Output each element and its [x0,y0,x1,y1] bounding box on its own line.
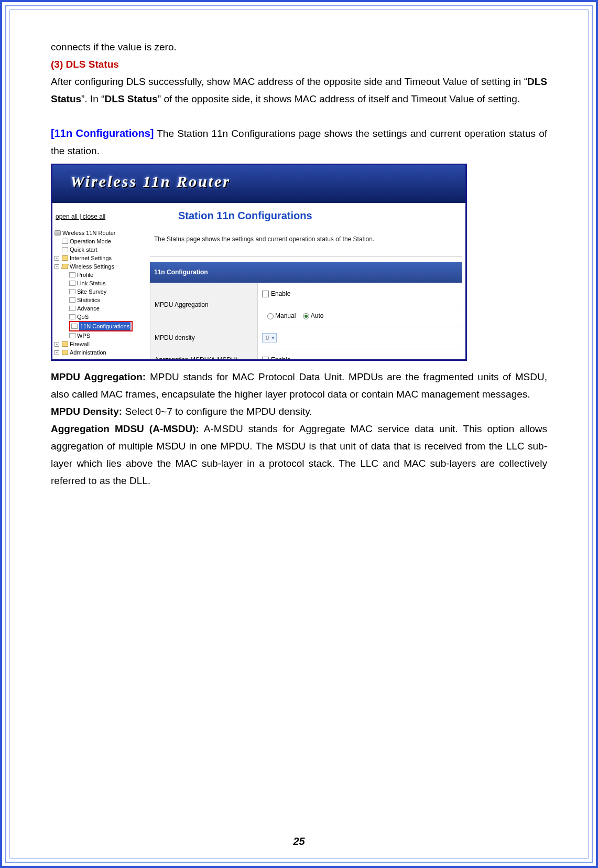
tree-item-11n-configurations[interactable]: 11N Configurations [55,321,143,331]
tree-item-administration[interactable]: +Administration [55,348,143,357]
radio-label: Auto [311,312,324,319]
page-icon [71,324,78,329]
bold-text: Aggregation MDSU (A-MSDU): [51,423,199,434]
expand-icon[interactable]: + [55,256,59,261]
tree-root[interactable]: Wireless 11N Router [55,229,143,237]
tree-item-wps[interactable]: WPS [55,331,143,340]
radio-auto[interactable] [303,313,309,319]
tree-item-link-status[interactable]: Link Status [55,279,143,287]
row-mpdu-density: MPDU density 0 [150,327,462,349]
paragraph: MPDU Density: Select 0~7 to configure th… [51,403,547,420]
main-title: Station 11n Configurations [150,206,462,228]
tree-item-statistics[interactable]: Statistics [55,296,143,304]
page-icon [69,306,75,311]
checkbox-label: Enable [271,356,290,361]
bold-text: MPDU Aggregation: [51,371,146,382]
radio-label: Manual [275,312,296,319]
text: ”. In “ [81,93,104,104]
paragraph: After configuring DLS successfully, show… [51,73,547,108]
bold-text: DLS Status [104,93,157,104]
document-body: connects if the value is zero. (3) DLS S… [10,10,588,489]
tree-item-quick-start[interactable]: Quick start [55,245,143,254]
page-icon [69,297,75,303]
heading-dls-status: (3) DLS Status [51,56,547,73]
tree-item-operation-mode[interactable]: Operation Mode [55,237,143,245]
select-mpdu-density[interactable]: 0 [262,333,277,342]
page-icon [62,247,68,252]
router-ui-screenshot: Wireless 11n Router open all | close all… [51,164,467,361]
cell-mode: Manual Auto [258,305,462,327]
selected-highlight-box: 11N Configurations [69,321,133,331]
tree-item-site-survey[interactable]: Site Survey [55,287,143,296]
heading-11n-configurations: [11n Configurations] [51,127,154,139]
folder-icon [62,350,68,355]
folder-icon [62,255,68,261]
router-banner: Wireless 11n Router [52,165,465,203]
paragraph: [11n Configurations] The Station 11n Con… [51,125,547,159]
paragraph: Aggregation MDSU (A-MSDU): A-MSDU stands… [51,420,547,489]
row-mpdu-aggregation: MPDU Aggregation Enable [150,283,462,305]
config-table: MPDU Aggregation Enable Manual Auto MP [150,283,462,361]
tree-item-profile[interactable]: Profile [55,271,143,279]
page-icon [69,289,75,294]
page-icon [62,239,68,244]
tree-item-wireless-settings[interactable]: −Wireless Settings [55,262,143,271]
label-amsdu: Aggregation MSDU(A-MSDU) [150,349,258,361]
bold-text: MPDU Density: [51,406,122,417]
paragraph: connects if the value is zero. [51,38,547,56]
label-mpdu-aggregation: MPDU Aggregation [150,283,258,327]
radio-manual[interactable] [267,313,274,319]
page-number: 25 [10,835,588,848]
main-subtitle: The Status page shows the settings and c… [150,228,462,255]
page-icon [69,314,75,319]
checkbox-mpdu-enable[interactable] [262,291,269,297]
text: After configuring DLS successfully, show… [51,76,527,87]
divider [150,256,462,257]
router-main-panel: Station 11n Configurations The Status pa… [150,206,462,361]
label-mpdu-density: MPDU density [150,327,258,349]
tree-item-qos[interactable]: QoS [55,313,143,321]
tree-item-firewall[interactable]: +Firewall [55,340,143,348]
row-amsdu: Aggregation MSDU(A-MSDU) Enable [150,349,462,361]
folder-open-icon [61,264,69,269]
paragraph: MPDU Aggregation: MPDU stands for MAC Pr… [51,368,547,403]
router-icon [55,230,61,235]
page-border-mid: connects if the value is zero. (3) DLS S… [5,5,593,863]
banner-title: Wireless 11n Router [70,173,231,190]
tree-item-advance[interactable]: Advance [55,304,143,313]
checkbox-label: Enable [271,290,290,297]
expand-icon[interactable]: + [55,350,59,355]
tree-controls: open all | close all [55,206,143,229]
page-border-outer: connects if the value is zero. (3) DLS S… [0,0,598,868]
page-icon [69,333,75,338]
text: Select 0~7 to configure the MPDU density… [122,406,312,417]
cell-enable: Enable [258,283,462,305]
nav-tree: Wireless 11N Router Operation Mode Quick… [55,229,143,357]
collapse-icon[interactable]: − [55,264,59,269]
close-all-link[interactable]: close all [83,213,105,220]
router-sidebar: open all | close all Wireless 11N Router… [55,206,143,357]
open-all-link[interactable]: open all [56,213,78,220]
checkbox-amsdu-enable[interactable] [262,357,269,361]
page-border-inner: connects if the value is zero. (3) DLS S… [9,9,589,859]
page-icon [69,272,75,277]
section-header: 11n Configuration [150,262,462,283]
tree-item-internet-settings[interactable]: +Internet Settings [55,254,143,262]
folder-icon [62,341,68,347]
expand-icon[interactable]: + [55,342,59,347]
page-icon [69,281,75,286]
text: ” of the opposite side, it shows MAC add… [158,93,520,104]
